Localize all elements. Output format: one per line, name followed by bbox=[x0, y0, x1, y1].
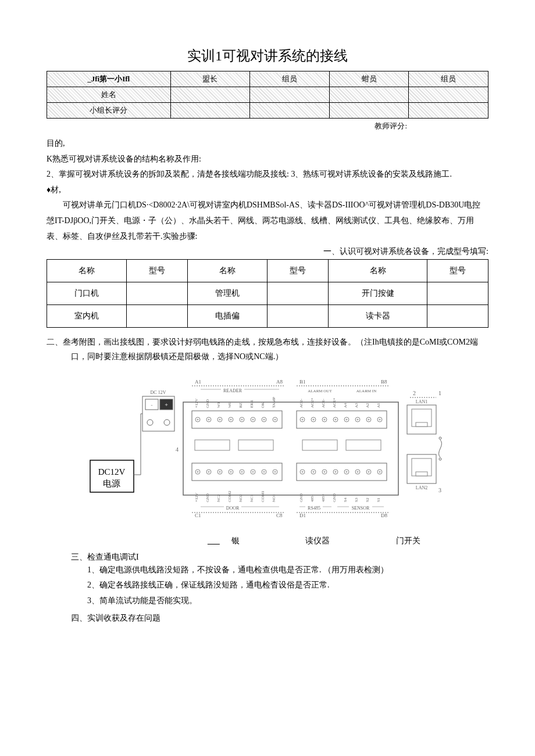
model-cell: 读卡器 bbox=[329, 305, 427, 328]
model-header: 名称 bbox=[47, 260, 127, 282]
model-table: 名称 型号 名称 型号 名称 型号 门口机 管理机 开门按健 室内机 电插偏 读… bbox=[47, 259, 488, 328]
svg-rect-41 bbox=[297, 411, 387, 428]
svg-point-57 bbox=[379, 418, 381, 420]
svg-point-74 bbox=[208, 471, 210, 472]
group-header-2: 组员 bbox=[250, 71, 330, 87]
svg-text:BZ: BZ bbox=[238, 403, 243, 408]
svg-text:GND: GND bbox=[332, 493, 337, 501]
task3-item-1: 1、确定电源供电线路没短路，不按设备，通电检查供电是否正常. （用万用表检测） bbox=[87, 562, 488, 578]
svg-text:NC2: NC2 bbox=[216, 494, 221, 502]
sensor-label: SENSOR bbox=[352, 506, 370, 511]
rs485-label: RS485 bbox=[308, 506, 320, 511]
svg-point-55 bbox=[368, 418, 370, 420]
num3-label: 3 bbox=[438, 487, 441, 493]
svg-text:S3: S3 bbox=[354, 497, 359, 502]
task2-text: 二、叁考附图，画出接线图，要求设计好弱电钱路的走线，按规急布线，连接好设备。（注… bbox=[47, 335, 488, 364]
svg-text:COM1: COM1 bbox=[261, 490, 265, 502]
model-cell: 室内机 bbox=[47, 305, 127, 328]
c1-label: C1 bbox=[195, 513, 201, 518]
svg-text:AO1-: AO1- bbox=[321, 398, 326, 408]
svg-text:W1: W1 bbox=[216, 402, 221, 408]
b8-label: B8 bbox=[381, 379, 387, 385]
group-header-1: 盟长 bbox=[170, 71, 250, 87]
svg-text:-: - bbox=[151, 402, 152, 408]
score-cell bbox=[170, 103, 250, 119]
task4: 四、实训收获及存在问题 bbox=[47, 613, 488, 624]
model-header: 型号 bbox=[427, 260, 488, 282]
svg-point-18 bbox=[197, 418, 199, 420]
svg-text:S2: S2 bbox=[365, 497, 370, 502]
door-label: DOOR bbox=[226, 506, 240, 511]
page-title: 实训1可视对讲系统的接线 bbox=[47, 46, 488, 65]
svg-point-72 bbox=[197, 471, 199, 472]
svg-point-101 bbox=[324, 471, 326, 472]
svg-point-6 bbox=[147, 420, 153, 425]
svg-point-82 bbox=[252, 471, 254, 472]
d8-label: D8 bbox=[381, 513, 387, 518]
score-cell bbox=[409, 103, 488, 119]
diagram-svg: DC12V 电源 DC 12V - + 4 A1 A8 READER B1 B8… bbox=[87, 373, 448, 524]
diagram-bottom-labels: 银 读仪器 门开关 bbox=[163, 536, 454, 546]
svg-rect-66 bbox=[195, 440, 230, 450]
model-header: 型号 bbox=[127, 260, 188, 282]
svg-point-30 bbox=[263, 418, 265, 420]
svg-text:NO1: NO1 bbox=[272, 493, 276, 501]
svg-text:A3: A3 bbox=[354, 402, 359, 407]
svg-point-43 bbox=[302, 418, 304, 420]
reader-device-label: 读仪器 bbox=[305, 536, 330, 546]
power-label-line2: 电源 bbox=[103, 479, 120, 488]
svg-point-80 bbox=[241, 471, 243, 472]
svg-rect-68 bbox=[302, 440, 337, 450]
svg-point-84 bbox=[263, 471, 265, 472]
svg-text:A4: A4 bbox=[343, 402, 348, 407]
svg-text:A2: A2 bbox=[365, 402, 370, 407]
a8-label: A8 bbox=[276, 379, 283, 385]
svg-text:ERR: ERR bbox=[249, 400, 254, 408]
svg-point-99 bbox=[313, 471, 315, 472]
svg-point-107 bbox=[357, 471, 359, 472]
svg-text:TAMP: TAMP bbox=[272, 397, 276, 408]
c8-label: C8 bbox=[276, 513, 283, 518]
teacher-score-label: 教师评分: bbox=[47, 121, 488, 131]
svg-point-76 bbox=[219, 471, 221, 472]
model-cell bbox=[268, 282, 329, 305]
svg-text:485+: 485+ bbox=[321, 493, 326, 502]
svg-text:NC1: NC1 bbox=[249, 494, 254, 502]
lan2-label: LAN2 bbox=[416, 485, 427, 490]
svg-point-103 bbox=[335, 471, 337, 472]
material-heading: ♦材, bbox=[47, 182, 488, 198]
score-row-label: 小组长评分 bbox=[47, 103, 171, 119]
svg-point-78 bbox=[230, 471, 232, 472]
model-cell bbox=[127, 305, 188, 328]
num4-label: 4 bbox=[176, 446, 179, 453]
svg-point-22 bbox=[219, 418, 221, 420]
model-cell: 电插偏 bbox=[188, 305, 268, 328]
name-cell bbox=[409, 87, 488, 103]
group-header-3: 蚶员 bbox=[329, 71, 409, 87]
svg-point-28 bbox=[252, 418, 254, 420]
svg-text:OK: OK bbox=[261, 402, 265, 407]
alarm-out-label: ALARM OUT bbox=[308, 389, 332, 393]
group-table: _Jfi第一小Ifl 盟长 组员 蚶员 组员 姓名 小组长评分 bbox=[47, 71, 488, 119]
svg-text:AO1+: AO1+ bbox=[332, 397, 337, 408]
d1-label: D1 bbox=[299, 513, 306, 518]
reader-label: READER bbox=[223, 388, 242, 393]
svg-point-24 bbox=[230, 418, 232, 420]
alarm-in-label: ALARM IN bbox=[356, 389, 376, 393]
svg-rect-134 bbox=[416, 472, 427, 476]
svg-point-135 bbox=[439, 437, 441, 439]
material-text: 可视对讲单元门口机DS∙<D8002∙2A\可视对讲室内机DSHMBSol-AS… bbox=[47, 198, 488, 244]
svg-rect-67 bbox=[238, 440, 273, 450]
svg-text:A1: A1 bbox=[376, 402, 381, 407]
num1-label: 1 bbox=[438, 390, 441, 396]
a1-label: A1 bbox=[195, 379, 201, 385]
dc12v-label: DC 12V bbox=[151, 390, 166, 395]
svg-text:+12V: +12V bbox=[194, 399, 199, 408]
power-label-line1: DC12V bbox=[98, 467, 126, 476]
svg-text:+: + bbox=[165, 402, 168, 408]
svg-point-53 bbox=[357, 418, 359, 420]
name-cell bbox=[170, 87, 250, 103]
task1-label: 一、认识可视对讲系统各设备，完成型号填写: bbox=[47, 246, 488, 257]
svg-text:S1: S1 bbox=[376, 497, 381, 502]
svg-point-51 bbox=[346, 418, 348, 420]
